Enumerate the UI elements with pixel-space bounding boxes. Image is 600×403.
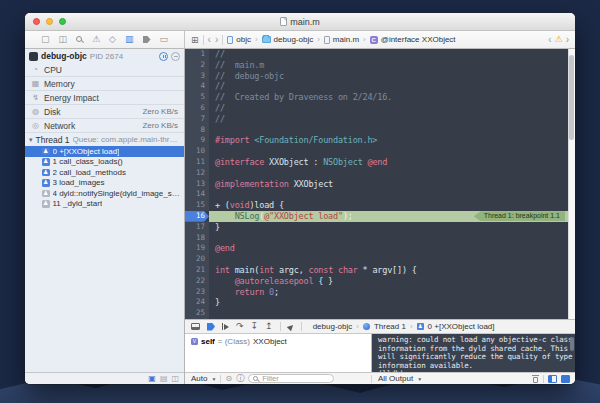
find-navigator-icon[interactable] [76,36,83,43]
process-row[interactable]: debug-objc PID 2674 [25,49,184,63]
debug-breadcrumb-label[interactable]: debug-objc [313,322,353,331]
code-line[interactable]: 11@interface XXObject : NSObject @end [185,157,575,168]
code-line[interactable]: 5// Created by Draveness on 2/24/16. [185,92,575,103]
user-frame-icon: ♟ [42,148,50,156]
thread-row[interactable]: ▾ Thread 1 Queue: com.apple.main-thread … [25,133,184,146]
breakpoints-toggle-icon[interactable] [207,323,215,331]
code-line[interactable]: 21int main(int argc, const char * argv[]… [185,265,575,276]
code-line[interactable]: 23 return 0; [185,287,575,298]
stack-frame-row[interactable]: ♟0 +[XXObject load] [25,146,184,157]
variables-filter-field[interactable] [248,374,334,383]
code-line[interactable]: 12 [185,168,575,179]
code-text [209,254,575,265]
project-navigator-icon[interactable]: ▢ [41,35,50,44]
code-line[interactable]: 1// [185,49,575,60]
debug-breadcrumb-label[interactable]: Thread 1 [374,322,406,331]
code-line[interactable]: 14 [185,189,575,200]
back-button[interactable]: ‹ [208,34,211,45]
stack-frame-row[interactable]: ♟1 call_class_loads() [25,157,184,168]
console-scrollbar-thumb[interactable] [570,337,574,351]
console-view[interactable]: warning: could not load any objective-c … [372,334,575,372]
code-line[interactable]: 6// [185,103,575,114]
breadcrumb-item[interactable]: C@interface XXObject [370,35,456,44]
code-text [209,308,575,319]
report-navigator-icon[interactable]: ▭ [160,35,169,44]
stack-frame-row[interactable]: ♟11 _dyld_start [25,199,184,210]
debug-navigator-icon[interactable]: ▥ [125,35,134,44]
document-proxy-icon[interactable] [280,17,287,26]
gauge-row-memory[interactable]: ▦Memory [25,77,184,91]
show-threads-view-icon[interactable]: ▤ [160,375,168,383]
hide-debug-area-icon[interactable] [191,323,200,330]
show-console-pane-icon[interactable] [561,375,570,383]
editor-scrollbar[interactable] [568,49,575,319]
symbol-navigator-icon[interactable]: ◫ [58,35,67,44]
next-issue-button[interactable]: › [566,34,569,45]
breakpoint-badge[interactable]: Thread 1: breakpoint 1.1 [474,211,565,221]
code-line[interactable]: 18 [185,233,575,244]
issue-navigator-icon[interactable]: ⚠ [92,35,100,44]
step-into-icon[interactable]: ↧ [251,322,259,331]
code-line[interactable]: 3// debug-objc [185,71,575,82]
editor-scrollbar-thumb[interactable] [569,55,574,140]
code-line[interactable]: 10 [185,146,575,157]
code-line[interactable]: 9#import <Foundation/Foundation.h> [185,135,575,146]
breakpoint-navigator-icon[interactable] [143,36,151,43]
breadcrumb-item[interactable]: debug-objc [262,35,314,44]
stack-frame-row[interactable]: ♟3 load_images [25,178,184,189]
code-text [209,189,575,200]
process-options-icon[interactable] [171,52,180,61]
breadcrumb-item[interactable]: main.m [324,35,359,44]
code-line[interactable]: 15+ (void)load { [185,200,575,211]
source-editor[interactable]: 1//2// main.m3// debug-objc4//5// Create… [185,49,575,319]
breakpoint-highlight-line[interactable]: 16 NSLog(@"XXObject load");Thread 1: bre… [185,211,575,222]
stack-frame-row[interactable]: ♟4 dyld::notifySingle(dyld_image_states,… [25,188,184,199]
variables-view[interactable]: Vself= (Class)XXObject [185,334,371,372]
info-icon[interactable]: ⓘ [236,375,244,383]
stack-frame-row[interactable]: ♟2 call_load_methods [25,167,184,178]
breakpoint-marker[interactable]: 16 [185,211,209,222]
debug-breadcrumb-label[interactable]: 0 +[XXObject load] [428,322,495,331]
show-variables-pane-icon[interactable] [548,375,557,383]
gauge-row-energy[interactable]: ↯Energy Impact [25,91,184,105]
title-bar[interactable]: main.m [25,13,575,31]
code-line[interactable]: 22 @autoreleasepool { } [185,276,575,287]
show-process-view-icon[interactable]: ◫ [171,375,179,383]
line-number: 25 [185,308,209,319]
quick-look-icon[interactable]: ⊙ [225,375,232,383]
code-line[interactable]: 19@end [185,243,575,254]
code-line[interactable]: 2// main.m [185,60,575,71]
step-over-icon[interactable]: ↷ [236,322,244,331]
code-line[interactable]: 7// [185,114,575,125]
gauge-row-cpu[interactable]: ◔CPU [25,63,184,77]
gauge-row-network[interactable]: ◎NetworkZero KB/s [25,119,184,133]
code-line[interactable]: 24} [185,297,575,308]
continue-icon[interactable] [222,323,229,330]
variables-scope-menu[interactable]: Auto [191,374,207,383]
related-items-icon[interactable]: ⊞ [191,35,199,45]
pause-process-icon[interactable] [159,52,168,61]
filter-input[interactable] [262,374,322,383]
step-out-icon[interactable]: ↥ [265,322,273,331]
gauge-row-disk[interactable]: ◍DiskZero KB/s [25,105,184,119]
code-line[interactable]: 13@implementation XXObject [185,179,575,190]
clear-console-icon[interactable] [532,375,539,383]
line-number: 10 [185,146,209,157]
code-line[interactable]: 17} [185,222,575,233]
code-line[interactable]: 4// [185,81,575,92]
show-stack-frames-filter-icon[interactable]: ▣ [148,375,156,383]
simulate-location-icon[interactable] [286,322,294,330]
warning-icon[interactable]: ⚠ [555,35,563,44]
test-navigator-icon[interactable]: ◇ [109,35,116,44]
forward-button[interactable]: › [215,34,218,45]
variable-row[interactable]: Vself= (Class)XXObject [191,337,371,346]
breadcrumb-item[interactable]: objc [227,35,251,44]
stack-frame-list: ♟0 +[XXObject load]♟1 call_class_loads()… [25,146,184,209]
code-line[interactable]: 25 [185,308,575,319]
disclosure-triangle-icon[interactable]: ▾ [29,136,33,144]
energy-gauge-icon: ↯ [31,94,40,102]
code-line[interactable]: 20 [185,254,575,265]
previous-issue-button[interactable]: ‹ [548,34,551,45]
code-line[interactable]: 8 [185,125,575,136]
console-scope-menu[interactable]: All Output [378,374,413,383]
